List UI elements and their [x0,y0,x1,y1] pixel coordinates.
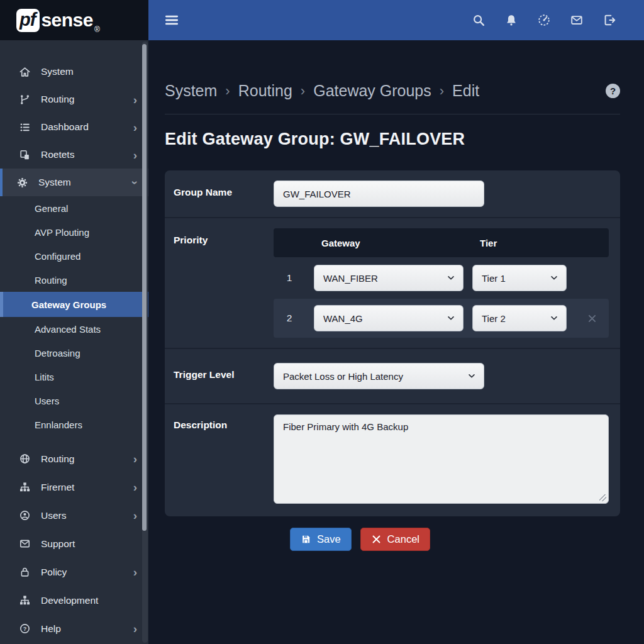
sidebar-bottom-group: Routing › Firernet › Users › Support [0,445,148,643]
sidebar-item-support[interactable]: Support [0,530,148,558]
sidebar-subitem-avp-plouting[interactable]: AVP Plouting [0,220,148,244]
gateway-select-1[interactable]: WAN_FIBER [314,265,464,291]
gauge-icon[interactable] [537,13,551,27]
subitem-label: AVP Plouting [35,227,89,238]
list-icon [18,121,31,133]
chevron-right-icon: › [133,453,137,465]
trigger-level-value: Packet Loss or High Latency [283,371,403,382]
group-name-label: Group Name [174,180,274,207]
breadcrumb-divider [165,114,620,114]
sign-out-icon[interactable] [602,13,616,27]
help-icon[interactable]: ? [606,84,620,98]
sidebar-subitem-detroasing[interactable]: Detroasing [0,341,148,365]
chevron-down-icon [447,274,455,282]
sidebar-item-label: Users [41,510,66,521]
sidebar-subitem-advanced-stats[interactable]: Advanced Stats [0,317,148,341]
column-header-tier: Tier [472,238,567,248]
sidebar-item-help[interactable]: ? Help › [0,614,148,643]
search-icon[interactable] [472,13,486,27]
sidebar-subitem-ennlanders[interactable]: Ennlanders [0,413,148,436]
form-row-group-name: Group Name [165,170,620,217]
chevron-down-icon [550,274,558,282]
subitem-label: Detroasing [35,348,80,358]
breadcrumb-separator: › [225,83,230,99]
column-header-gateway: Gateway [314,238,464,248]
row-index: 2 [274,313,305,324]
sidebar-item-routing-2[interactable]: Routing › [0,445,148,473]
sidebar-item-label: Development [41,595,98,606]
subitem-label: Gateway Groups [31,299,106,310]
tier-select-1[interactable]: Tier 1 [472,265,567,291]
sidebar-subitem-routing[interactable]: Routing [0,268,148,292]
bell-icon[interactable] [504,13,518,27]
envelope-icon[interactable] [570,13,584,27]
sidebar-scrollbar-track[interactable] [142,42,148,643]
chevron-right-icon: › [133,149,137,161]
chevron-right-icon: › [133,121,137,133]
sidebar-subitem-litits[interactable]: Litits [0,365,148,389]
topbar-icon-group [472,13,616,27]
cancel-button-label: Cancel [387,533,419,545]
priority-table-header: Gateway Tier [274,228,609,257]
menu-icon[interactable] [164,12,180,28]
gateway-select-2-value: WAN_4G [323,313,363,324]
chevron-down-icon [467,372,476,380]
sidebar-subitem-configured[interactable]: Configured [0,244,148,268]
save-button[interactable]: Save [290,528,352,551]
user-circle-icon [18,509,31,521]
sidebar-subitem-users[interactable]: Users [0,389,148,413]
sidebar-item-policy[interactable]: Policy › [0,558,148,586]
main-content: System › Routing › Gateway Groups › Edit… [148,40,644,644]
sidebar-item-system-expanded[interactable]: System › [0,169,148,196]
cancel-button[interactable]: Cancel [360,528,430,551]
priority-label: Priority [174,228,274,338]
priority-row-1: 1 WAN_FIBER Tier 1 [274,258,609,297]
clone-icon [18,149,31,161]
chevron-right-icon: › [133,94,137,106]
sidebar-item-roetets[interactable]: Roetets › [0,141,148,169]
sidebar-subitem-general[interactable]: General [0,196,148,220]
sidebar-scrollbar-thumb[interactable] [142,44,147,531]
sidebar-item-label: Firernet [41,482,74,493]
gateway-select-2[interactable]: WAN_4G [314,305,464,331]
sidebar-subitem-gateway-groups[interactable]: Gateway Groups [0,292,148,317]
subitem-label: Users [35,396,59,406]
description-textarea[interactable]: Fiber Primary with 4G Backup [274,414,609,504]
row-index: 1 [274,272,305,284]
sidebar-item-development[interactable]: Development [0,586,148,614]
save-button-label: Save [317,533,341,545]
sitemap-icon [18,594,31,606]
breadcrumb: System › Routing › Gateway Groups › Edit… [165,82,620,100]
sidebar-item-label: Roetets [41,149,74,160]
priority-row-2: 2 WAN_4G Tier 2 [274,299,609,338]
logo-registered-mark: ® [94,25,100,34]
tier-select-2[interactable]: Tier 2 [472,305,567,331]
group-name-input[interactable] [274,180,484,207]
question-circle-icon: ? [18,623,31,635]
sidebar-item-system-top[interactable]: System [0,58,148,86]
trigger-level-select[interactable]: Packet Loss or High Latency [274,363,484,389]
app-header: pf sense ® [0,0,644,40]
home-icon [18,66,31,78]
sidebar-item-dashboard[interactable]: Dashboard › [0,113,148,141]
gateway-select-1-value: WAN_FIBER [323,273,378,284]
subitem-label: Litits [35,372,54,382]
delete-row-icon[interactable] [575,313,609,324]
sidebar-item-label: Policy [41,567,67,578]
form-actions: Save Cancel [290,528,620,551]
sidebar-item-label: Routing [41,453,74,465]
sidebar-item-routing[interactable]: Routing › [0,86,148,113]
subitem-label: Ennlanders [35,419,82,430]
sidebar-item-firernet[interactable]: Firernet › [0,473,148,501]
breadcrumb-gateway-groups[interactable]: Gateway Groups [313,82,431,100]
lock-icon [18,566,31,578]
sidebar-item-users-2[interactable]: Users › [0,501,148,530]
breadcrumb-system[interactable]: System [165,82,217,100]
logo-text: sense [41,9,93,31]
breadcrumb-separator: › [440,83,444,99]
chevron-down-icon: › [129,180,141,184]
chevron-down-icon [447,314,455,323]
breadcrumb-routing[interactable]: Routing [238,82,292,100]
sidebar-item-label: System [38,177,71,188]
chevron-down-icon [550,314,558,323]
